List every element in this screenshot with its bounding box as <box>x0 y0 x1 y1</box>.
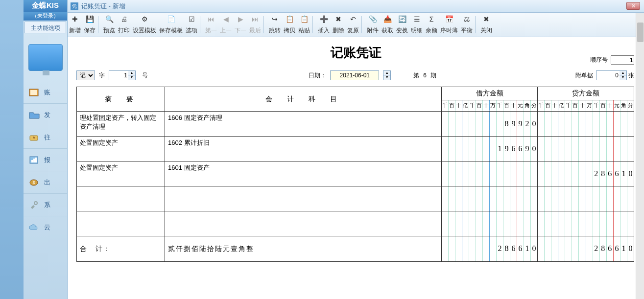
voucher-total-row: 合 计：贰仟捌佰陆拾陆元壹角整286610286610 <box>77 236 634 261</box>
amount-digit <box>442 186 449 211</box>
amount-digit <box>572 112 579 136</box>
account-cell[interactable]: 1606 固定资产清理 <box>165 112 442 136</box>
debit-cell[interactable] <box>442 161 538 186</box>
voucher-row[interactable] <box>77 186 634 211</box>
voucher-number-input[interactable] <box>109 70 128 80</box>
voucher-row[interactable]: 处置固定资产1602 累计折旧196690 <box>77 137 634 161</box>
toolbar-savetpl-button[interactable]: 📄保存模板 <box>158 13 184 36</box>
sidebar-item-report[interactable]: 报 <box>24 148 67 171</box>
amount-digit <box>538 137 545 161</box>
attach-spinner[interactable]: ▲▼ <box>620 70 627 80</box>
toolbar-balchk-button[interactable]: ⚖平衡 <box>459 13 474 36</box>
toolbar-balance-button[interactable]: Σ余额 <box>424 13 439 36</box>
balchk-icon: ⚖ <box>462 15 472 23</box>
toolbar-print-button[interactable]: 🖨打印 <box>117 13 131 36</box>
amount-digit <box>593 186 600 211</box>
amount-digit <box>586 236 593 261</box>
close-icon[interactable]: ✕ <box>626 2 640 10</box>
unit-cell: 千 <box>442 100 449 111</box>
date-spinner[interactable]: ▲▼ <box>383 70 391 80</box>
toolbar-option-button[interactable]: ☑选项 <box>184 13 199 36</box>
toolbar-new-button[interactable]: ✚新增 <box>68 13 82 36</box>
credit-cell[interactable] <box>538 112 634 136</box>
summary-cell[interactable] <box>77 186 165 211</box>
toolbar-delete-button[interactable]: ✖删除 <box>331 13 346 36</box>
sidebar-main-tab[interactable]: 主功能选项 <box>24 22 66 33</box>
amount-digit <box>469 112 476 136</box>
amount-digit <box>469 186 476 211</box>
unit-cell: 百 <box>572 100 579 111</box>
toolbar-detail-button[interactable]: ☰明细 <box>409 13 424 36</box>
credit-cell[interactable] <box>538 211 634 236</box>
print-icon: 🖨 <box>119 15 129 23</box>
sidebar-item-book[interactable]: 账 <box>24 81 67 103</box>
toolbar-settpl-button[interactable]: ⚙设置模板 <box>131 13 158 36</box>
summary-cell[interactable] <box>77 211 165 236</box>
toolbar-fetch-button[interactable]: 📥获取 <box>380 13 395 36</box>
amount-digit <box>579 161 586 186</box>
window-gutter <box>0 0 24 299</box>
unit-cell: 百 <box>449 100 455 111</box>
amount-digit <box>593 112 600 136</box>
amount-digit <box>449 112 455 136</box>
account-cell[interactable]: 1602 累计折旧 <box>165 137 442 161</box>
sidebar-item-label: 往 <box>44 133 50 142</box>
debit-cell[interactable]: 196690 <box>442 137 538 161</box>
amount-digit <box>593 137 600 161</box>
credit-cell[interactable]: 286610 <box>538 161 634 186</box>
toolbar-insert-button[interactable]: ➕插入 <box>316 13 331 36</box>
toolbar-attach-button[interactable]: 📎附件 <box>365 13 380 36</box>
debit-cell[interactable] <box>442 211 538 236</box>
amount-digit <box>558 161 565 186</box>
toolbar-preview-button[interactable]: 🔍预览 <box>102 13 117 36</box>
voucher-row[interactable] <box>77 211 634 236</box>
toolbar-jump-button[interactable]: ↪跳转 <box>267 13 282 36</box>
toolbar-label: 平衡 <box>461 26 473 35</box>
col-debit-header: 借方金额 <box>442 87 537 100</box>
account-cell[interactable] <box>165 186 442 211</box>
total-credit: 286610 <box>538 236 634 261</box>
credit-cell[interactable] <box>538 137 634 161</box>
debit-cell[interactable] <box>442 186 538 211</box>
toolbar-save-button[interactable]: 💾保存 <box>82 13 97 36</box>
toolbar-switch-button[interactable]: 🔄变换 <box>395 13 409 36</box>
scrollbar-thumb[interactable] <box>637 23 644 42</box>
amount-digit <box>572 236 579 261</box>
sidebar-item-cloud[interactable]: 云 <box>24 216 67 238</box>
sidebar-item-folder[interactable]: 发 <box>24 103 67 126</box>
date-input[interactable] <box>330 70 379 80</box>
summary-cell[interactable]: 理处置固定资产，转入固定资产清理 <box>77 112 165 136</box>
summary-cell[interactable]: 处置固定资产 <box>77 137 165 161</box>
summary-cell[interactable]: 处置固定资产 <box>77 161 165 186</box>
unit-cell: 角 <box>620 100 627 111</box>
amount-digit <box>490 186 497 211</box>
scrollbar-vertical[interactable] <box>636 13 644 299</box>
attach-input[interactable] <box>596 70 620 80</box>
voucher-row[interactable]: 处置固定资产1601 固定资产286610 <box>77 161 634 186</box>
toolbar-restore-button[interactable]: ↶复原 <box>346 13 360 36</box>
toolbar-copy-button[interactable]: 📋拷贝 <box>282 13 297 36</box>
voucher-row[interactable]: 理处置固定资产，转入固定资产清理1606 固定资产清理89920 <box>77 112 634 137</box>
sidebar-item-cash[interactable]: $出 <box>24 171 67 193</box>
amount-digit <box>476 137 483 161</box>
sidebar-item-money[interactable]: ￥往 <box>24 126 67 148</box>
amount-digit: 6 <box>614 161 620 186</box>
seq-input[interactable] <box>611 55 634 65</box>
account-cell[interactable]: 1601 固定资产 <box>165 161 442 186</box>
voucher-type-select[interactable]: 记 <box>76 70 95 80</box>
unit-cell: 千 <box>538 100 545 111</box>
toolbar-close-button[interactable]: ✖关闭 <box>479 13 494 36</box>
sidebar-item-tools[interactable]: 系 <box>24 193 67 216</box>
voucher-number-spinner[interactable]: ▲▼ <box>128 70 136 80</box>
amount-digit <box>449 161 455 186</box>
credit-cell[interactable] <box>538 186 634 211</box>
folder-icon <box>28 110 40 120</box>
window-titlebar: 凭 记账凭证 - 新增 ✕ <box>68 0 644 13</box>
unit-cell: 元 <box>517 100 524 111</box>
amount-digit <box>497 211 503 236</box>
toolbar-sortopt-button[interactable]: 📅序时薄 <box>439 13 459 36</box>
account-cell[interactable] <box>165 211 442 236</box>
amount-digit <box>442 236 449 261</box>
toolbar-paste-button[interactable]: 📋粘贴 <box>297 13 311 36</box>
debit-cell[interactable]: 89920 <box>442 112 538 136</box>
